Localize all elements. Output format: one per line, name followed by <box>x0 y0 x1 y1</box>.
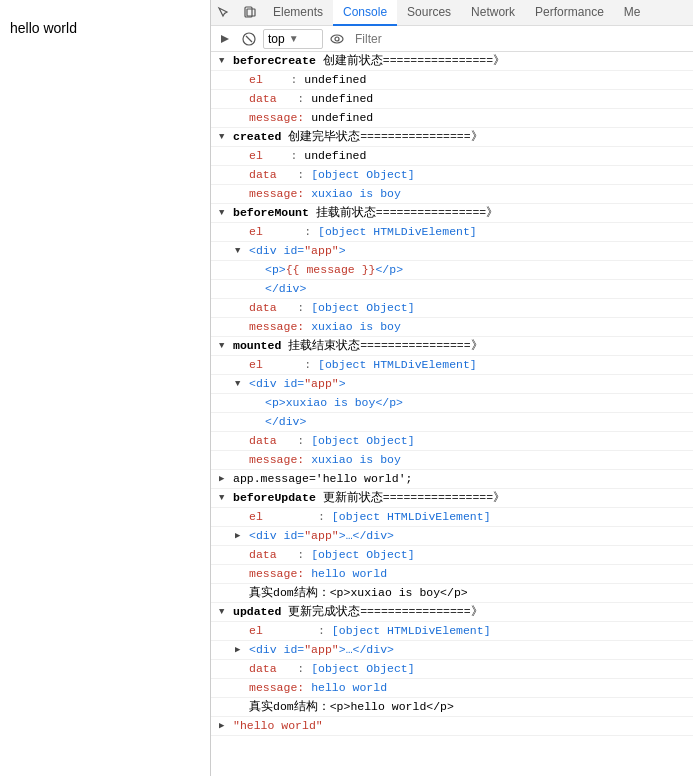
context-select[interactable]: top ▼ <box>263 29 323 49</box>
list-item: data : [object Object] <box>211 432 693 451</box>
filter-input[interactable] <box>351 32 689 46</box>
tab-elements[interactable]: Elements <box>263 0 333 26</box>
toggle-arrow[interactable] <box>219 53 231 69</box>
chevron-down-icon: ▼ <box>289 33 299 44</box>
list-item: <div id="app">…</div> <box>211 641 693 660</box>
device-icon[interactable] <box>237 0 263 26</box>
list-item: data : [object Object] <box>211 299 693 318</box>
tab-network[interactable]: Network <box>461 0 525 26</box>
tab-sources[interactable]: Sources <box>397 0 461 26</box>
list-item: 真实dom结构：<p>xuxiao is boy</p> <box>211 584 693 603</box>
toggle-arrow[interactable] <box>219 490 231 506</box>
list-item: app.message='hello world'; <box>211 470 693 489</box>
list-item: mounted 挂载结束状态================》 <box>211 337 693 356</box>
list-item: message: xuxiao is boy <box>211 185 693 204</box>
context-label: top <box>268 32 285 46</box>
list-item: el : undefined <box>211 147 693 166</box>
svg-point-6 <box>335 37 339 41</box>
clear-icon[interactable] <box>239 29 259 49</box>
console-toolbar: top ▼ <box>211 26 693 52</box>
list-item: message: undefined <box>211 109 693 128</box>
list-item: </div> <box>211 280 693 299</box>
toggle-arrow[interactable] <box>219 205 231 221</box>
list-item: beforeUpdate 更新前状态================》 <box>211 489 693 508</box>
list-item: beforeCreate 创建前状态================》 <box>211 52 693 71</box>
list-item: data : [object Object] <box>211 546 693 565</box>
toggle-arrow[interactable] <box>219 338 231 354</box>
list-item: el : [object HTMLDivElement] <box>211 356 693 375</box>
toggle-arrow[interactable] <box>235 528 247 544</box>
list-item: <p>xuxiao is boy</p> <box>211 394 693 413</box>
toggle-arrow[interactable] <box>235 376 247 392</box>
svg-rect-1 <box>247 9 255 16</box>
page-content: hello world <box>0 0 210 776</box>
list-item: el : undefined <box>211 71 693 90</box>
list-item: message: xuxiao is boy <box>211 451 693 470</box>
list-item: created 创建完毕状态================》 <box>211 128 693 147</box>
toggle-arrow[interactable] <box>235 642 247 658</box>
list-item: "hello world" <box>211 717 693 736</box>
tab-more[interactable]: Me <box>614 0 651 26</box>
list-item: updated 更新完成状态================》 <box>211 603 693 622</box>
list-item: <div id="app">…</div> <box>211 527 693 546</box>
devtools-tabs: Elements Console Sources Network Perform… <box>211 0 693 26</box>
console-output: beforeCreate 创建前状态================》 el :… <box>211 52 693 776</box>
list-item: el : [object HTMLDivElement] <box>211 508 693 527</box>
list-item: data : [object Object] <box>211 660 693 679</box>
tab-performance[interactable]: Performance <box>525 0 614 26</box>
devtools-panel: Elements Console Sources Network Perform… <box>210 0 693 776</box>
list-item: data : undefined <box>211 90 693 109</box>
list-item: el : [object HTMLDivElement] <box>211 223 693 242</box>
list-item: message: hello world <box>211 679 693 698</box>
tab-console[interactable]: Console <box>333 0 397 26</box>
toggle-arrow[interactable] <box>219 471 231 487</box>
svg-line-4 <box>246 36 252 42</box>
list-item: data : [object Object] <box>211 166 693 185</box>
svg-point-5 <box>331 35 343 43</box>
list-item: el : [object HTMLDivElement] <box>211 622 693 641</box>
list-item: <p>{{ message }}</p> <box>211 261 693 280</box>
inspect-icon[interactable] <box>211 0 237 26</box>
eye-icon[interactable] <box>327 29 347 49</box>
list-item: beforeMount 挂载前状态================》 <box>211 204 693 223</box>
list-item: <div id="app"> <box>211 242 693 261</box>
toggle-arrow[interactable] <box>219 718 231 734</box>
section-label: beforeCreate <box>233 53 323 69</box>
list-item: 真实dom结构：<p>hello world</p> <box>211 698 693 717</box>
toggle-arrow[interactable] <box>219 129 231 145</box>
svg-marker-2 <box>221 35 229 43</box>
list-item: message: hello world <box>211 565 693 584</box>
execute-icon[interactable] <box>215 29 235 49</box>
toggle-arrow[interactable] <box>219 604 231 620</box>
list-item: <div id="app"> <box>211 375 693 394</box>
list-item: </div> <box>211 413 693 432</box>
toggle-arrow[interactable] <box>235 243 247 259</box>
page-hello-text: hello world <box>10 20 77 36</box>
list-item: message: xuxiao is boy <box>211 318 693 337</box>
